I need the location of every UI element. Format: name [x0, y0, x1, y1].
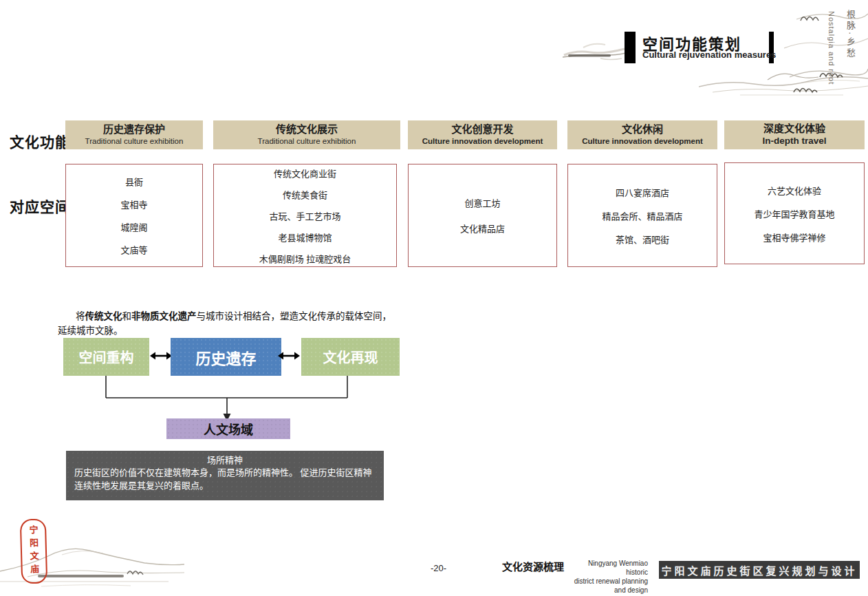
flow-result-label: 人文场域	[204, 420, 253, 438]
function-title: 文化休闲	[622, 123, 663, 136]
project-title: 宁阳文庙历史街区复兴规划与设计	[661, 563, 857, 577]
concept-statement: 将传统文化和非物质文化遗产与城市设计相结合，塑造文化传承的载体空间，延续城市文脉…	[58, 310, 396, 339]
space-item: 古玩、手工艺市场	[269, 209, 340, 222]
title-accent-bar	[625, 32, 636, 63]
function-subtitle: Traditional culture exhibition	[258, 136, 356, 146]
space-item: 精品会所、精品酒店	[602, 209, 682, 222]
flow-label: 历史遗存	[195, 346, 256, 368]
double-arrow-icon	[278, 349, 300, 363]
footer-section-block: 文化资源梳理 Ningyang Wenmiao historic distric…	[502, 559, 648, 595]
function-title: 深度文化体验	[763, 123, 825, 136]
footer-en-line1: Ningyang Wenmiao historic	[588, 560, 648, 576]
space-item: 城隍阁	[120, 220, 147, 233]
space-item: 宝相寺	[120, 198, 147, 211]
red-seal-stamp: 宁阳文庙	[20, 519, 47, 584]
function-subtitle: In-depth travel	[762, 136, 826, 147]
space-item: 宝相寺佛学禅修	[763, 231, 825, 244]
function-title: 传统文化展示	[276, 123, 338, 136]
place-spirit-box: 场所精神 历史街区的价值不仅在建筑物本身，而是场所的精神性。 促进历史街区精神连…	[66, 451, 384, 500]
ink-wash-mountains-right	[699, 56, 868, 99]
space-item: 老县城博物馆	[278, 231, 332, 244]
space-item: 传统文化商业街	[274, 167, 336, 180]
function-header-4: 文化休闲 Culture innovation development	[567, 120, 717, 149]
statement-bold: 传统文化	[85, 311, 122, 321]
function-header-3: 文化创意开发 Culture innovation development	[408, 120, 557, 149]
spirit-title: 场所精神	[74, 455, 376, 467]
space-item: 传统美食街	[283, 188, 327, 201]
space-box-4: 四八宴席酒店 精品会所、精品酒店 茶馆、酒吧街	[567, 164, 717, 267]
page-subtitle: Cultural rejuvenation measures	[642, 50, 776, 60]
flow-connector-lines	[0, 376, 426, 423]
slide-page: 空间功能策划 Cultural rejuvenation measures 根脉…	[0, 0, 868, 596]
function-subtitle: Traditional culture exhibition	[85, 136, 184, 146]
ink-wash-stroke-left	[563, 36, 626, 69]
seal-text: 宁阳文庙	[27, 525, 41, 577]
double-arrow-icon	[150, 349, 172, 363]
space-item: 文化精品店	[460, 222, 505, 235]
flow-label: 文化再现	[323, 347, 378, 367]
row-label-function: 文化功能	[10, 131, 70, 151]
space-item: 青少年国学教育基地	[754, 207, 834, 220]
corner-motto-cn: 根脉·乡愁	[844, 10, 857, 89]
footer-section-subtitle: Ningyang Wenmiao historic district renew…	[568, 559, 648, 595]
space-item: 木偶剧剧场 拉魂腔戏台	[259, 252, 351, 265]
function-header-1: 历史遗存保护 Traditional culture exhibition	[65, 120, 203, 149]
footer-en-line2: district renewal planning and design	[574, 577, 648, 594]
statement-text: 将	[76, 311, 85, 321]
space-item: 文庙等	[120, 243, 147, 256]
flow-label: 空间重构	[79, 347, 134, 367]
space-item: 六艺文化体验	[768, 184, 821, 197]
space-box-3: 创意工坊 文化精品店	[408, 164, 557, 267]
spirit-body: 历史街区的价值不仅在建筑物本身，而是场所的精神性。 促进历史街区精神连续性地发展…	[74, 467, 376, 493]
function-header-5: 深度文化体验 In-depth travel	[724, 120, 865, 149]
space-item: 茶馆、酒吧街	[616, 233, 669, 246]
function-header-2: 传统文化展示 Traditional culture exhibition	[213, 120, 400, 149]
statement-bold: 非物质文化遗产	[131, 311, 197, 321]
space-box-2: 传统文化商业街 传统美食街 古玩、手工艺市场 老县城博物馆 木偶剧剧场 拉魂腔戏…	[213, 164, 397, 267]
row-label-space: 对应空间	[10, 195, 70, 216]
page-number: -20-	[431, 563, 446, 573]
function-subtitle: Culture innovation development	[582, 136, 703, 146]
space-item: 县衙	[125, 175, 143, 188]
project-title-box: 宁阳文庙历史街区复兴规划与设计	[659, 561, 860, 579]
function-title: 历史遗存保护	[103, 123, 165, 136]
function-title: 文化创意开发	[451, 123, 513, 136]
space-box-1: 县衙 宝相寺 城隍阁 文庙等	[65, 164, 203, 267]
flow-box-historic-heritage: 历史遗存	[171, 338, 281, 376]
flow-result-box: 人文场域	[166, 418, 290, 439]
space-item: 创意工坊	[464, 196, 500, 209]
statement-text: 和	[122, 311, 132, 321]
function-subtitle: Culture innovation development	[422, 136, 543, 146]
footer-section-title: 文化资源梳理	[502, 559, 564, 595]
space-box-5: 六艺文化体验 青少年国学教育基地 宝相寺佛学禅修	[724, 162, 865, 264]
corner-motto-en: Nostalgia and root	[827, 11, 836, 88]
flow-box-culture-reappearance: 文化再现	[301, 338, 400, 376]
space-item: 四八宴席酒店	[616, 186, 669, 199]
flow-box-space-restructure: 空间重构	[63, 338, 149, 376]
